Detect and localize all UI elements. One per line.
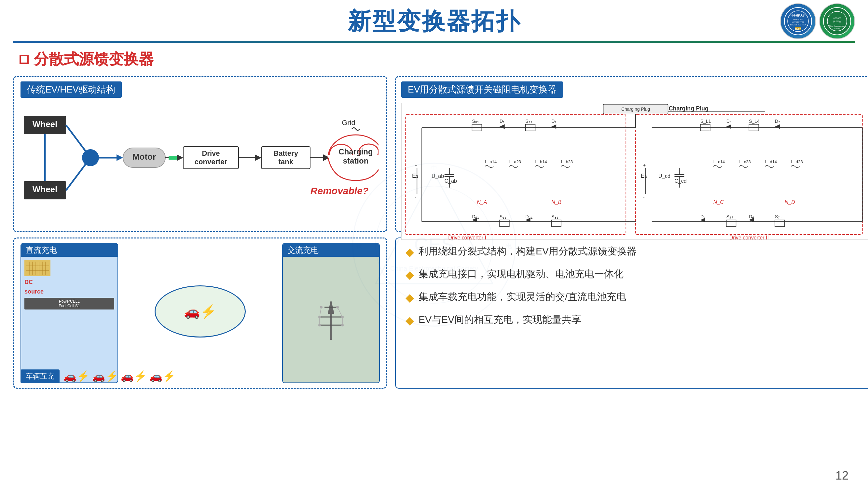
svg-text:D₅: D₅	[726, 119, 732, 124]
svg-text:N_D: N_D	[785, 199, 795, 205]
page-title: 新型变换器拓扑	[348, 6, 521, 37]
section-box-icon	[20, 55, 29, 64]
svg-marker-97	[551, 124, 556, 129]
svg-marker-132	[775, 124, 780, 129]
panel-ev-converter-title: EV用分散式源馈开关磁阻电机变换器	[401, 82, 563, 98]
svg-text:S₃₁: S₃₁	[551, 214, 558, 219]
bullet-diamond-icon: ◆	[405, 245, 414, 258]
svg-text:N_C: N_C	[713, 199, 724, 205]
logo-hust: 华中科技大学 HUAZHONG UNIVERSITY OF SCIENCE AN…	[780, 3, 816, 39]
svg-text:L_b14: L_b14	[535, 159, 547, 164]
svg-marker-56	[328, 299, 334, 314]
svg-text:S₀₁: S₀₁	[472, 119, 479, 124]
svg-text:D₂: D₂	[551, 119, 557, 124]
bullet-item: ◆EV与EV间的相互充电，实现能量共享	[405, 313, 866, 327]
svg-text:S₂₁: S₂₁	[526, 119, 532, 124]
svg-text:华中科技大学: 华中科技大学	[791, 14, 805, 17]
svg-marker-128	[726, 124, 731, 129]
svg-text:L_d23: L_d23	[791, 159, 803, 164]
svg-text:station: station	[343, 156, 369, 165]
svg-rect-27	[168, 156, 177, 160]
svg-text:L_b23: L_b23	[561, 159, 573, 164]
svg-text:L_d14: L_d14	[765, 159, 777, 164]
svg-text:D₇: D₇	[775, 119, 780, 124]
svg-text:SCIENCE AND TECH: SCIENCE AND TECH	[790, 24, 806, 26]
svg-text:技术学会: 技术学会	[833, 21, 841, 23]
svg-text:C_ab: C_ab	[444, 178, 457, 184]
svg-text:U_ab: U_ab	[432, 173, 444, 179]
left-column: 传统EV/HEV驱动结构 Wheel Wheel	[13, 76, 387, 389]
ev-drive-diagram: Wheel Wheel M	[21, 103, 378, 220]
svg-text:C_cd: C_cd	[674, 178, 686, 184]
svg-text:-: -	[415, 195, 416, 200]
bullet-diamond-icon: ◆	[405, 291, 414, 304]
svg-text:N_A: N_A	[477, 199, 487, 205]
svg-text:中国电工: 中国电工	[833, 17, 841, 19]
svg-text:Charging: Charging	[339, 147, 373, 156]
svg-text:Drive: Drive	[202, 149, 220, 157]
svg-text:S₁₁: S₁₁	[500, 214, 506, 219]
svg-text:Battery: Battery	[273, 149, 299, 157]
bullet-text: 集成充电接口，实现电机驱动、电池充电一体化	[418, 267, 624, 281]
right-column: EV用分散式源馈开关磁阻电机变换器 ⚡ Charging Plug Drive …	[395, 76, 868, 389]
svg-text:U_cd: U_cd	[658, 173, 671, 179]
dc-charging-label: 直流充电	[21, 244, 118, 257]
svg-rect-144	[775, 220, 785, 226]
panel-traditional-title: 传统EV/HEV驱动结构	[21, 82, 122, 98]
svg-text:HUST: HUST	[796, 28, 801, 30]
svg-text:-: -	[643, 195, 645, 200]
section-heading: 分散式源馈变换器	[20, 49, 848, 69]
logos: 华中科技大学 HUAZHONG UNIVERSITY OF SCIENCE AN…	[780, 3, 855, 39]
svg-text:L_a14: L_a14	[485, 159, 497, 164]
svg-text:S₇↓: S₇↓	[775, 214, 782, 219]
svg-marker-28	[177, 154, 183, 161]
svg-text:+: +	[643, 163, 646, 168]
svg-rect-105	[500, 220, 509, 226]
bullet-text: EV与EV间的相互充电，实现能量共享	[418, 313, 581, 326]
svg-text:E₁: E₁	[412, 173, 418, 179]
section-label: 分散式源馈变换器	[34, 49, 154, 69]
bullet-item: ◆集成充电接口，实现电机驱动、电池充电一体化	[405, 267, 866, 281]
svg-text:Society: Society	[835, 28, 840, 30]
svg-line-21	[66, 158, 91, 190]
panel-ev-converter: EV用分散式源馈开关磁阻电机变换器 ⚡ Charging Plug Drive …	[395, 76, 868, 232]
svg-text:UNIVERSITY OF: UNIVERSITY OF	[792, 21, 804, 23]
bullets-list: ◆利用绕组分裂式结构，构建EV用分散式源馈变换器◆集成充电接口，实现电机驱动、电…	[405, 244, 866, 327]
panel-bullets: ◆利用绕组分裂式结构，构建EV用分散式源馈变换器◆集成充电接口，实现电机驱动、电…	[395, 237, 868, 389]
bullet-diamond-icon: ◆	[405, 268, 414, 281]
bullet-text: 集成车载充电功能，实现灵活的交/直流电池充电	[418, 290, 626, 304]
bullet-diamond-icon: ◆	[405, 314, 414, 327]
svg-text:S_L1: S_L1	[701, 119, 711, 124]
svg-text:tank: tank	[278, 158, 293, 166]
svg-marker-92	[500, 124, 504, 129]
svg-text:Removable?: Removable?	[310, 185, 368, 196]
svg-text:L_a23: L_a23	[509, 159, 521, 164]
svg-line-67	[319, 307, 321, 317]
svg-text:Drive converter I: Drive converter I	[448, 235, 486, 240]
svg-text:Wheel: Wheel	[33, 184, 58, 194]
header-divider	[13, 41, 855, 43]
ac-charging-label: 交流充电	[283, 244, 379, 257]
svg-line-68	[338, 307, 342, 317]
svg-text:S_L4: S_L4	[749, 119, 760, 124]
logo-ces: 中国电工 技术学会 China Electrotechnical Society	[819, 3, 855, 39]
svg-text:Motor: Motor	[132, 152, 156, 162]
page-number: 12	[835, 469, 848, 483]
svg-text:N_B: N_B	[551, 199, 561, 205]
svg-text:S₅↓: S₅↓	[726, 214, 734, 219]
svg-text:converter: converter	[195, 158, 227, 166]
svg-text:E₂: E₂	[641, 173, 647, 179]
svg-line-20	[66, 125, 91, 158]
svg-rect-140	[726, 220, 736, 226]
svg-marker-33	[255, 154, 261, 161]
svg-text:China Electrotechnical: China Electrotechnical	[829, 25, 845, 27]
svg-text:L_c14: L_c14	[713, 159, 725, 164]
svg-text:+: +	[415, 163, 417, 168]
panel-traditional-ev: 传统EV/HEV驱动结构 Wheel Wheel	[13, 76, 387, 232]
svg-text:L_c23: L_c23	[739, 159, 750, 164]
svg-rect-109	[551, 220, 561, 226]
svg-text:Grid: Grid	[342, 119, 355, 127]
vehicle-charging-label: 车辆互充	[21, 369, 60, 383]
svg-marker-23	[117, 154, 123, 161]
svg-text:HUAZHONG: HUAZHONG	[794, 19, 803, 21]
